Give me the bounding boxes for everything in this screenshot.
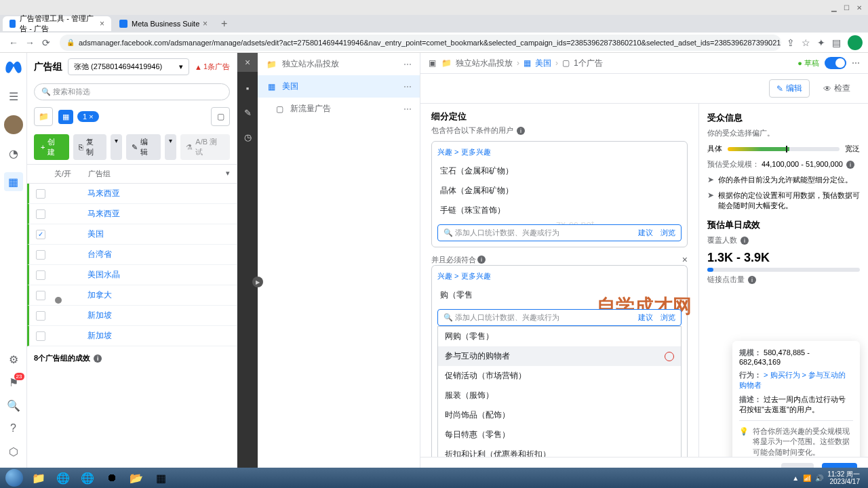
row-name[interactable]: 台湾省	[87, 249, 230, 260]
row-name[interactable]: 加拿大	[87, 289, 230, 301]
interests-search[interactable]: 🔍 添加人口统计数据、兴趣或行为 建议 浏览	[437, 224, 682, 241]
search-icon[interactable]: 🔍	[7, 399, 20, 412]
col-name[interactable]: 广告组▾	[88, 169, 230, 179]
status-toggle[interactable]	[825, 57, 846, 69]
suggest-link[interactable]: 建议	[638, 228, 653, 237]
new-tab-button[interactable]: +	[216, 18, 233, 30]
table-row[interactable]: 美国水晶	[27, 265, 237, 285]
chrome-icon-2[interactable]: 🌐	[76, 470, 99, 486]
url-input[interactable]: 🔒 adsmanager.facebook.com/adsmanager/man…	[60, 35, 781, 51]
app-icon[interactable]: ▦	[149, 470, 172, 486]
suggestion-item[interactable]: 参与互动的购物者	[438, 346, 681, 366]
info-icon[interactable]: i	[517, 127, 525, 135]
more-menu[interactable]: ⋯	[852, 58, 860, 68]
share-icon[interactable]: ⇪	[787, 37, 795, 48]
edit-tab[interactable]: ✎ 编辑	[769, 79, 810, 98]
info-icon[interactable]: i	[477, 256, 486, 264]
edit-button[interactable]: ✎ 编辑	[126, 134, 161, 160]
gauge-icon[interactable]: ◔	[7, 146, 20, 160]
tree-item-selected[interactable]: ▦ 美国 ⋯	[258, 75, 420, 98]
notifications-icon[interactable]: ⚑	[7, 375, 20, 389]
chrome-icon[interactable]: 🌐	[52, 470, 75, 486]
row-checkbox[interactable]	[36, 291, 45, 300]
row-checkbox[interactable]	[36, 189, 45, 199]
sound-icon[interactable]: 🔊	[815, 474, 823, 482]
info-icon[interactable]: i	[748, 276, 756, 284]
interest-pill[interactable]: 宝石（金属和矿物）	[437, 161, 682, 181]
chart-icon[interactable]: ▪	[239, 80, 256, 96]
star-icon[interactable]: ☆	[802, 37, 810, 48]
close-panel-button[interactable]: ×	[237, 53, 258, 72]
row-name[interactable]: 马来西亚	[87, 188, 230, 199]
table-row[interactable]: 新加坡	[27, 306, 237, 326]
clock-icon[interactable]: ◷	[239, 129, 256, 145]
sidepanel-icon[interactable]: ▤	[832, 37, 841, 48]
row-checkbox[interactable]	[36, 209, 45, 219]
bug-icon[interactable]: ⬡	[7, 445, 20, 458]
help-icon[interactable]: ?	[7, 422, 20, 435]
reload-button[interactable]: ⟳	[38, 37, 54, 48]
info-icon[interactable]: i	[846, 161, 854, 169]
interest-pill[interactable]: 晶体（金属和矿物）	[437, 181, 682, 201]
expand-button[interactable]: ▶	[252, 277, 263, 287]
inspect-tab[interactable]: 👁 检查	[816, 79, 857, 98]
maximize-icon[interactable]: ☐	[844, 4, 850, 12]
row-name[interactable]: 马来西亚	[87, 208, 230, 220]
table-row[interactable]: 马来西亚	[27, 184, 237, 204]
suggestion-item[interactable]: 网购（零售）	[438, 327, 681, 346]
interest-pill[interactable]: 手链（珠宝首饰）	[437, 201, 682, 220]
grid-icon[interactable]: ▦	[4, 172, 23, 191]
clock[interactable]: 11:32 周一 2023/4/17	[827, 470, 860, 485]
record-icon[interactable]: ⏺	[100, 470, 123, 486]
close-icon[interactable]: ✕	[856, 4, 862, 12]
copy-dropdown[interactable]: ▾	[111, 134, 122, 160]
gear-icon[interactable]: ⚙	[7, 352, 20, 366]
browse-link[interactable]: 浏览	[660, 228, 675, 237]
create-button[interactable]: + 创建	[34, 134, 69, 160]
bc-adset[interactable]: 美国	[535, 58, 551, 69]
row-name[interactable]: 美国水晶	[87, 269, 230, 281]
row-name[interactable]: 美国	[87, 228, 230, 240]
account-selector[interactable]: 张弛 (2758014694419946) ▾	[68, 58, 189, 75]
remove-icon[interactable]: ×	[682, 254, 688, 265]
tab-close-icon[interactable]: ×	[203, 19, 208, 28]
browser-tab-active[interactable]: 广告管理工具 - 管理广告 - 广告 ×	[3, 16, 111, 31]
row-checkbox[interactable]	[36, 270, 45, 280]
explorer-icon[interactable]: 📁	[27, 470, 50, 486]
tab-close-icon[interactable]: ×	[100, 19, 104, 28]
suggestion-item[interactable]: 促销活动（市场营销）	[438, 366, 681, 386]
row-checkbox[interactable]: ✓	[36, 230, 45, 239]
info-icon[interactable]: i	[741, 237, 749, 245]
minimize-icon[interactable]: ▁	[831, 4, 837, 12]
back-button[interactable]: ←	[5, 37, 22, 48]
tree-root[interactable]: 📁 独立站水晶投放 ⋯	[258, 53, 420, 75]
profile-avatar[interactable]	[848, 35, 863, 50]
table-row[interactable]: 马来西亚	[27, 204, 237, 224]
interests-breadcrumb[interactable]: 兴趣 > 更多兴趣	[437, 271, 682, 281]
meta-logo[interactable]	[4, 58, 23, 77]
row-name[interactable]: 新加坡	[87, 330, 230, 342]
table-row[interactable]: ✓美国	[27, 224, 237, 245]
tree-item[interactable]: ▢ 新流量广告 ⋯	[258, 98, 420, 120]
panel-toggle-icon[interactable]: ▣	[429, 58, 436, 68]
interest-pill[interactable]: 购（零售	[437, 285, 682, 305]
row-checkbox[interactable]	[36, 331, 45, 341]
edit-icon[interactable]: ✎	[239, 104, 256, 121]
forward-button[interactable]: →	[22, 37, 38, 48]
row-checkbox[interactable]	[36, 250, 45, 260]
table-row[interactable]: 新加坡	[27, 326, 237, 346]
more-icon[interactable]: ⋯	[403, 60, 412, 69]
row-name[interactable]: 新加坡	[87, 310, 230, 321]
more-icon[interactable]: ⋯	[403, 104, 412, 114]
copy-button[interactable]: ⎘ 复制	[73, 134, 106, 160]
folder-icon[interactable]: 📂	[125, 470, 148, 486]
table-row[interactable]: 加拿大	[27, 285, 237, 306]
folder-button[interactable]: 📁	[34, 107, 53, 126]
selected-count[interactable]: 1 ×	[77, 111, 99, 122]
bc-folder[interactable]: 独立站水晶投放	[456, 58, 513, 69]
extensions-icon[interactable]: ✦	[817, 37, 825, 48]
layout-button[interactable]: ▢	[211, 107, 230, 126]
tray-icon[interactable]: ▲	[792, 474, 799, 482]
browse-link[interactable]: 浏览	[660, 313, 675, 321]
network-icon[interactable]: 📶	[803, 474, 811, 482]
